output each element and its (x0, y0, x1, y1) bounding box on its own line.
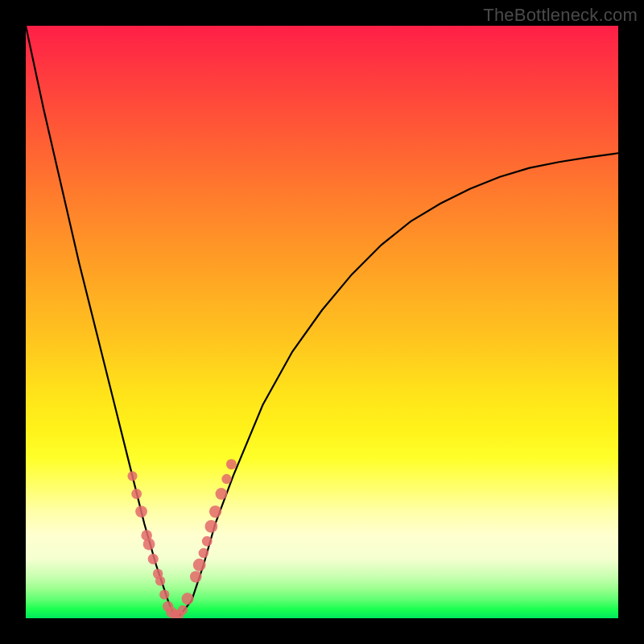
data-point (193, 559, 206, 572)
data-point (204, 520, 217, 533)
data-point (216, 488, 228, 500)
data-point (202, 536, 213, 547)
data-point (181, 592, 193, 605)
data-point (209, 506, 221, 518)
points-layer (26, 26, 618, 618)
data-point (221, 474, 231, 484)
data-point (127, 471, 137, 481)
data-point (143, 539, 155, 551)
data-point (178, 605, 188, 615)
watermark-text: TheBottleneck.com (483, 5, 638, 26)
data-point (190, 571, 202, 583)
chart-frame: TheBottleneck.com (0, 0, 644, 644)
data-point (131, 489, 142, 499)
data-point (226, 459, 237, 469)
data-point (155, 576, 165, 585)
data-point (135, 506, 147, 518)
data-point (159, 589, 169, 599)
data-point (199, 548, 208, 558)
data-point (148, 554, 159, 564)
plot-area (26, 26, 618, 618)
